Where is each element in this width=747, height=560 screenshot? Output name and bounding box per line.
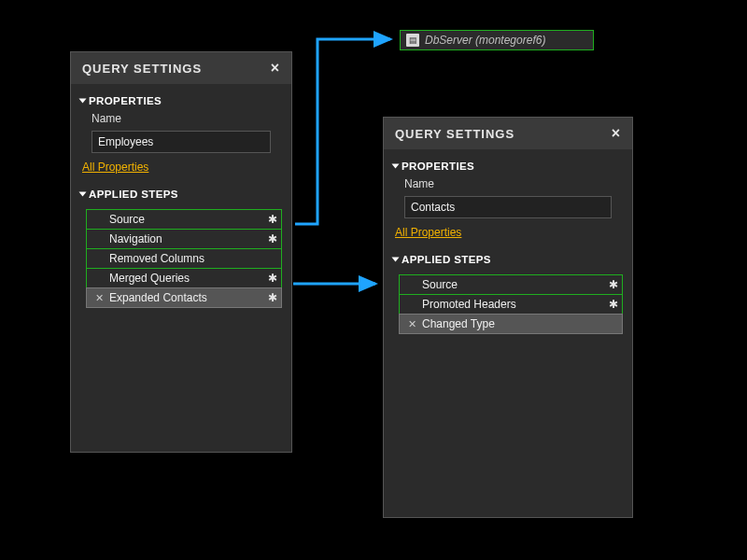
applied-step-item[interactable]: Promoted Headers✱ — [399, 294, 623, 315]
close-icon[interactable]: × — [271, 61, 280, 76]
delete-step-icon[interactable]: ✕ — [405, 318, 418, 330]
panel-title-text: QUERY SETTINGS — [395, 127, 514, 141]
applied-step-item[interactable]: ✕Expanded Contacts✱ — [86, 287, 282, 308]
panel-body: PROPERTIES Name All Properties APPLIED S… — [384, 149, 632, 517]
query-settings-panel-left: QUERY SETTINGS × PROPERTIES Name All Pro… — [70, 51, 292, 453]
applied-steps-list: Source✱Promoted Headers✱✕Changed Type — [399, 274, 623, 334]
query-settings-panel-right: QUERY SETTINGS × PROPERTIES Name All Pro… — [383, 117, 633, 518]
database-icon: ▤ — [406, 34, 419, 47]
panel-body: PROPERTIES Name All Properties APPLIED S… — [71, 84, 291, 452]
name-input[interactable] — [92, 131, 271, 153]
gear-icon[interactable]: ✱ — [609, 278, 618, 291]
chevron-down-icon — [79, 99, 87, 104]
section-properties-header[interactable]: PROPERTIES — [393, 161, 623, 172]
name-label: Name — [80, 112, 282, 125]
applied-steps-list: Source✱Navigation✱Removed ColumnsMerged … — [86, 209, 282, 308]
panel-title-bar: QUERY SETTINGS × — [384, 118, 632, 149]
applied-step-label: Source — [418, 278, 609, 291]
applied-step-item[interactable]: Source✱ — [86, 209, 282, 230]
section-applied-steps-header[interactable]: APPLIED STEPS — [80, 189, 282, 200]
section-properties-label: PROPERTIES — [89, 95, 162, 106]
applied-step-label: Expanded Contacts — [106, 291, 268, 304]
chevron-down-icon — [392, 164, 400, 169]
applied-step-item[interactable]: Removed Columns — [86, 248, 282, 269]
delete-step-icon[interactable]: ✕ — [92, 292, 106, 304]
section-applied-steps-label: APPLIED STEPS — [89, 189, 178, 200]
panel-title-text: QUERY SETTINGS — [82, 62, 202, 76]
applied-step-label: Removed Columns — [106, 252, 277, 265]
section-applied-steps-header[interactable]: APPLIED STEPS — [393, 254, 623, 265]
all-properties-link[interactable]: All Properties — [80, 161, 282, 174]
applied-step-label: Promoted Headers — [418, 298, 609, 311]
panel-title-bar: QUERY SETTINGS × — [71, 52, 291, 84]
gear-icon[interactable]: ✱ — [268, 213, 277, 226]
section-properties-label: PROPERTIES — [402, 161, 474, 172]
close-icon[interactable]: × — [612, 126, 621, 141]
gear-icon[interactable]: ✱ — [268, 272, 277, 285]
section-applied-steps-label: APPLIED STEPS — [402, 254, 491, 265]
applied-step-item[interactable]: Source✱ — [399, 274, 623, 295]
applied-step-item[interactable]: Navigation✱ — [86, 229, 282, 249]
applied-step-label: Changed Type — [418, 317, 618, 330]
gear-icon[interactable]: ✱ — [268, 232, 277, 245]
db-server-node[interactable]: ▤ DbServer (montegoref6) — [400, 30, 594, 50]
applied-step-item[interactable]: Merged Queries✱ — [86, 268, 282, 288]
chevron-down-icon — [79, 192, 87, 197]
name-label: Name — [393, 177, 623, 190]
all-properties-link[interactable]: All Properties — [393, 226, 623, 239]
applied-step-label: Merged Queries — [106, 272, 268, 285]
applied-step-label: Navigation — [106, 232, 268, 245]
gear-icon[interactable]: ✱ — [268, 291, 277, 304]
applied-step-label: Source — [106, 213, 268, 226]
applied-step-item[interactable]: ✕Changed Type — [399, 314, 623, 334]
section-properties-header[interactable]: PROPERTIES — [80, 95, 282, 106]
name-input[interactable] — [404, 196, 612, 218]
gear-icon[interactable]: ✱ — [609, 298, 618, 311]
arrow-merged-to-panel — [289, 274, 383, 293]
db-server-label: DbServer (montegoref6) — [425, 34, 545, 47]
chevron-down-icon — [392, 258, 400, 262]
